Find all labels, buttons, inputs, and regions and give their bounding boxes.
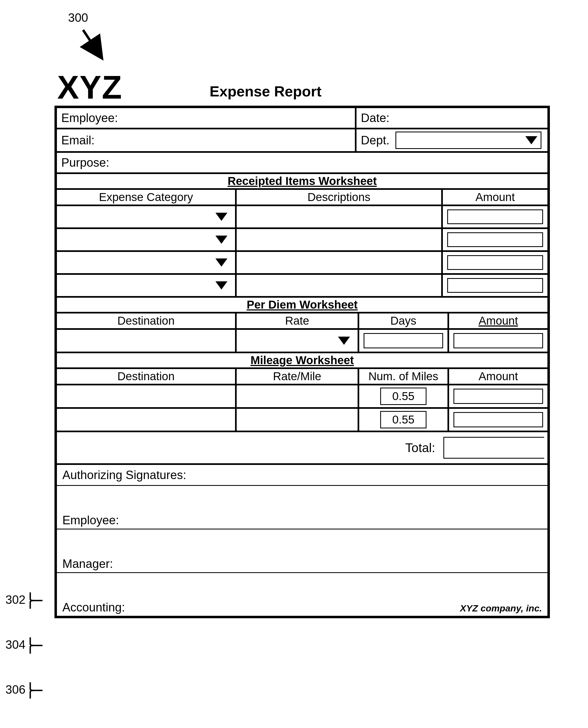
- figure-ref-306: 306: [5, 681, 45, 700]
- receipted-section-header: Receipted Items Worksheet: [56, 173, 548, 189]
- mileage-amount-input[interactable]: [454, 389, 543, 404]
- figure-ref-300: 300: [68, 11, 88, 24]
- figure-ref-302: 302: [5, 591, 45, 610]
- total-amount-input[interactable]: [443, 437, 544, 459]
- email-label: Email:: [61, 133, 94, 147]
- accounting-sig-label: Accounting:: [62, 601, 125, 614]
- perdiem-amount-cell: [448, 329, 548, 352]
- dept-label: Dept.: [361, 133, 390, 147]
- description-input[interactable]: [236, 228, 442, 251]
- total-label: Total:: [405, 440, 443, 455]
- purpose-label: Purpose:: [61, 156, 109, 169]
- amount-cell: [442, 251, 548, 274]
- chevron-down-icon: [525, 136, 537, 144]
- perdiem-days-cell: [358, 329, 448, 352]
- chevron-down-icon: [338, 337, 350, 345]
- expense-category-dropdown[interactable]: [56, 274, 236, 297]
- perdiem-col-rate: Rate: [236, 313, 358, 329]
- date-field[interactable]: Date:: [356, 107, 548, 128]
- purpose-field[interactable]: Purpose:: [56, 152, 548, 173]
- amount-input[interactable]: [447, 232, 543, 247]
- expense-category-dropdown[interactable]: [56, 228, 236, 251]
- chevron-down-icon: [215, 258, 227, 267]
- accounting-signature-row[interactable]: Accounting: XYZ company, inc.: [56, 573, 548, 617]
- perdiem-amount-input[interactable]: [454, 333, 543, 348]
- employee-sig-label: Employee:: [62, 513, 119, 527]
- amount-input[interactable]: [447, 209, 543, 224]
- chevron-down-icon: [215, 235, 227, 244]
- mileage-miles-cell: 0.55: [358, 408, 448, 431]
- page-title: Expense Report: [209, 83, 321, 104]
- perdiem-section-header: Per Diem Worksheet: [56, 297, 548, 313]
- amount-input[interactable]: [447, 255, 543, 270]
- mileage-col-rate: Rate/Mile: [236, 368, 358, 384]
- mileage-dest-input[interactable]: [56, 408, 236, 431]
- mileage-amount-cell: [448, 384, 548, 408]
- perdiem-days-input[interactable]: [363, 333, 443, 348]
- mileage-col-dest: Destination: [56, 368, 236, 384]
- mileage-miles-input[interactable]: 0.55: [380, 388, 426, 405]
- expense-category-dropdown[interactable]: [56, 205, 236, 228]
- mileage-miles-input[interactable]: 0.55: [380, 411, 426, 429]
- manager-signature-row[interactable]: Manager:: [56, 529, 548, 573]
- manager-sig-label: Manager:: [62, 557, 113, 570]
- expense-category-dropdown[interactable]: [56, 251, 236, 274]
- description-input[interactable]: [236, 205, 442, 228]
- perdiem-col-dest: Destination: [56, 313, 236, 329]
- expense-form: Employee: Date: Email: Dept. Purpose:: [55, 106, 550, 618]
- svg-line-1: [83, 30, 99, 55]
- amount-cell: [442, 228, 548, 251]
- mileage-rate-input[interactable]: [236, 408, 358, 431]
- mileage-section-header: Mileage Worksheet: [56, 352, 548, 368]
- chevron-down-icon: [215, 281, 227, 290]
- employee-signature-row[interactable]: Employee:: [56, 486, 548, 529]
- chevron-down-icon: [215, 213, 227, 221]
- employee-field[interactable]: Employee:: [56, 107, 356, 128]
- description-input[interactable]: [236, 251, 442, 274]
- perdiem-col-days: Days: [358, 313, 448, 329]
- perdiem-dest-input[interactable]: [56, 329, 236, 352]
- receipted-col-desc: Descriptions: [236, 189, 442, 205]
- mileage-miles-cell: 0.55: [358, 384, 448, 408]
- auth-signatures-header: Authorizing Signatures:: [56, 464, 548, 486]
- amount-input[interactable]: [447, 278, 543, 293]
- arrow-icon: [79, 27, 109, 63]
- mileage-amount-cell: [448, 408, 548, 431]
- dept-cell: Dept.: [356, 128, 548, 152]
- email-field[interactable]: Email:: [56, 128, 356, 152]
- perdiem-rate-dropdown[interactable]: [236, 329, 358, 352]
- mileage-amount-input[interactable]: [454, 412, 543, 427]
- dept-dropdown[interactable]: [396, 131, 542, 149]
- company-logo: XYZ: [57, 71, 122, 104]
- perdiem-col-amount: Amount: [448, 313, 548, 329]
- receipted-col-category: Expense Category: [56, 189, 236, 205]
- receipted-col-amount: Amount: [442, 189, 548, 205]
- total-row: Total:: [56, 431, 548, 464]
- mileage-col-miles: Num. of Miles: [358, 368, 448, 384]
- figure-ref-304: 304: [5, 636, 45, 655]
- employee-label: Employee:: [61, 111, 118, 125]
- amount-cell: [442, 205, 548, 228]
- description-input[interactable]: [236, 274, 442, 297]
- date-label: Date:: [361, 111, 390, 125]
- mileage-dest-input[interactable]: [56, 384, 236, 408]
- mileage-rate-input[interactable]: [236, 384, 358, 408]
- company-footer: XYZ company, inc.: [460, 603, 542, 613]
- amount-cell: [442, 274, 548, 297]
- mileage-col-amount: Amount: [448, 368, 548, 384]
